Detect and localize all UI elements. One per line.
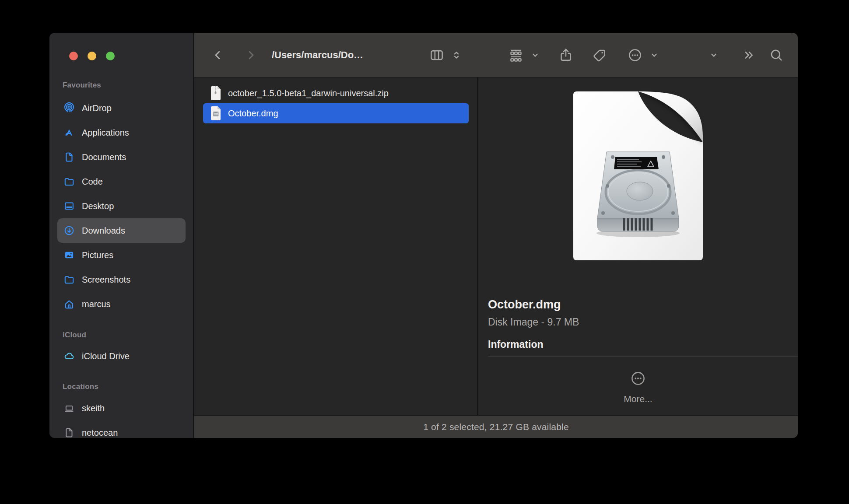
desktop-background: Favourites AirDrop (0, 0, 849, 504)
folder-icon (63, 175, 76, 188)
more-button-label: More... (624, 394, 652, 404)
dmg-file-icon (210, 106, 222, 121)
search-button[interactable] (768, 46, 785, 64)
preview-file-name: October.dmg (488, 298, 798, 312)
column-view-button[interactable] (428, 46, 446, 64)
window-path-title[interactable]: /Users/marcus/Do… (272, 33, 363, 77)
sidebar-item-label: Pictures (82, 250, 113, 260)
file-row-dmg[interactable]: October.dmg (203, 103, 469, 123)
laptop-icon (63, 402, 76, 415)
file-name: october_1.5.0-beta1_darwin-universal.zip (228, 88, 389, 98)
content-area: october_1.5.0-beta1_darwin-universal.zip (194, 77, 798, 415)
status-text: 1 of 2 selected, 21.27 GB available (423, 422, 569, 432)
sidebar-item-pictures[interactable]: Pictures (57, 243, 186, 267)
sidebar-item-code[interactable]: Code (57, 169, 186, 194)
sidebar-item-screenshots[interactable]: Screenshots (57, 267, 186, 292)
sidebar-item-netocean[interactable]: netocean (57, 420, 186, 438)
sidebar-item-label: Code (82, 177, 103, 187)
file-list: october_1.5.0-beta1_darwin-universal.zip (194, 77, 477, 415)
file-name: October.dmg (228, 108, 278, 119)
home-icon (63, 298, 76, 311)
downloads-icon (63, 224, 76, 237)
sidebar-section-icloud: iCloud (63, 330, 86, 340)
sidebar-item-label: AirDrop (82, 103, 112, 113)
sidebar-item-label: Documents (82, 152, 126, 162)
sidebar-favourites-items: AirDrop Applications (57, 96, 186, 316)
sidebar-icloud-items: iCloud Drive (57, 344, 186, 368)
traffic-lights (69, 52, 115, 60)
status-bar: 1 of 2 selected, 21.27 GB available (194, 415, 798, 438)
sidebar-item-label: Downloads (82, 226, 125, 236)
dmg-preview-icon (572, 91, 704, 261)
preview-pane: October.dmg Disk Image - 9.7 MB Informat… (478, 77, 798, 415)
sidebar-item-applications[interactable]: Applications (57, 120, 186, 145)
sidebar-item-icloud-drive[interactable]: iCloud Drive (57, 344, 186, 368)
zoom-button[interactable] (106, 52, 115, 60)
toolbar-overflow-button[interactable] (740, 46, 758, 64)
folder-icon (63, 273, 76, 286)
toolbar: /Users/marcus/Do… (194, 33, 798, 77)
close-button[interactable] (69, 52, 78, 60)
main-area: /Users/marcus/Do… (194, 33, 798, 438)
cloud-icon (63, 350, 76, 363)
file-row-zip[interactable]: october_1.5.0-beta1_darwin-universal.zip (203, 83, 469, 103)
sidebar-item-downloads[interactable]: Downloads (57, 218, 186, 243)
sidebar-section-locations: Locations (63, 382, 98, 392)
zip-file-icon (210, 86, 222, 101)
view-updown-chevrons-icon[interactable] (450, 46, 463, 64)
document-icon (63, 150, 76, 164)
sidebar-item-skeith[interactable]: skeith (57, 396, 186, 420)
sidebar-item-label: netocean (82, 428, 118, 438)
group-by-button[interactable] (507, 46, 525, 64)
back-button[interactable] (209, 46, 227, 64)
airdrop-icon (63, 102, 76, 115)
more-options-button[interactable] (626, 46, 644, 64)
preview-file-info: Disk Image - 9.7 MB (488, 316, 798, 328)
forward-button[interactable] (242, 46, 260, 64)
sidebar-item-airdrop[interactable]: AirDrop (57, 96, 186, 120)
group-by-chevron-icon[interactable] (529, 46, 541, 64)
page-icon (63, 426, 76, 438)
sidebar-item-marcus[interactable]: marcus (57, 292, 186, 316)
tag-button[interactable] (591, 46, 608, 64)
preview-information-label: Information (488, 339, 798, 350)
sidebar-item-label: iCloud Drive (82, 351, 130, 361)
sidebar-locations-items: skeith netocean (57, 396, 186, 438)
sidebar-item-label: skeith (82, 403, 105, 413)
preview-separator (488, 356, 798, 357)
minimize-button[interactable] (88, 52, 96, 60)
more-options-chevron-icon[interactable] (648, 46, 660, 64)
finder-window: Favourites AirDrop (49, 33, 798, 438)
sidebar-item-documents[interactable]: Documents (57, 145, 186, 169)
sidebar-item-label: Applications (82, 128, 129, 138)
sidebar-item-label: Screenshots (82, 275, 130, 285)
share-button[interactable] (557, 46, 575, 64)
sidebar-item-label: Desktop (82, 201, 114, 211)
collapse-chevron-icon[interactable] (708, 46, 720, 64)
applications-icon (63, 126, 76, 139)
more-button[interactable]: More... (478, 370, 798, 404)
sidebar-item-desktop[interactable]: Desktop (57, 194, 186, 218)
pictures-icon (63, 248, 76, 262)
sidebar-item-label: marcus (82, 299, 111, 309)
desktop-icon (63, 200, 76, 213)
sidebar: Favourites AirDrop (49, 33, 194, 438)
sidebar-section-favourites: Favourites (63, 80, 101, 91)
ellipsis-circle-icon (630, 370, 646, 387)
